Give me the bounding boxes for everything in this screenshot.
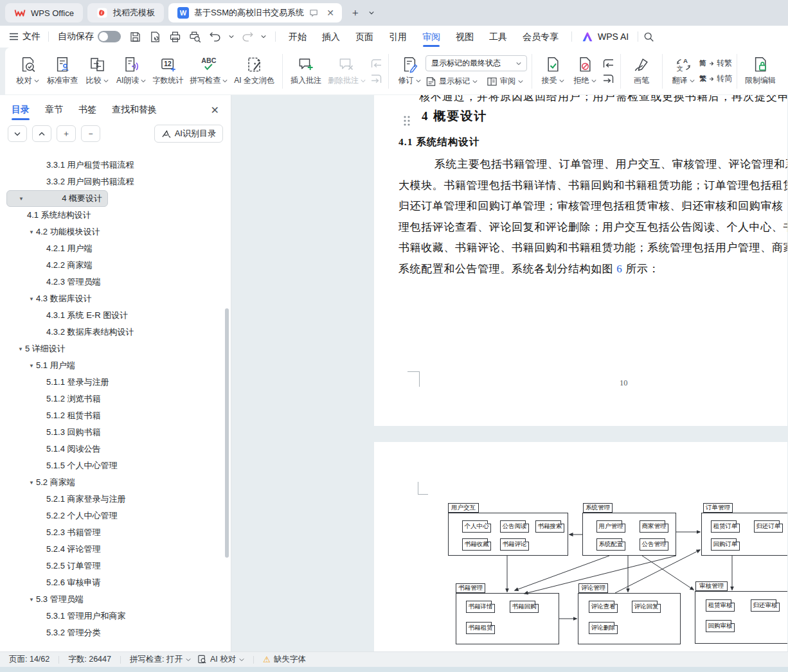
toc-item[interactable]: 5.1.5 个人中心管理 xyxy=(6,457,224,474)
export-pdf-button[interactable] xyxy=(148,30,162,44)
toc-item[interactable]: 5.2.1 商家登录与注册 xyxy=(6,491,224,508)
menu-item-tools[interactable]: 工具 xyxy=(481,26,515,48)
toc-item[interactable]: 5.1.3 回购书籍 xyxy=(6,424,224,441)
next-comment-icon[interactable] xyxy=(370,74,382,84)
tab-list-chevron-icon[interactable] xyxy=(369,11,374,15)
menu-item-review[interactable]: 审阅 xyxy=(415,26,448,48)
restrict-editing-button[interactable]: 限制编辑 xyxy=(742,54,779,88)
close-tab-icon[interactable]: ✕ xyxy=(324,8,337,18)
sidebar-tab-toc[interactable]: 目录 xyxy=(12,96,30,124)
toc-item[interactable]: 5.1.4 阅读公告 xyxy=(6,441,224,457)
word-count-button[interactable]: 12 字数统计 xyxy=(149,54,186,88)
toc-next-button[interactable] xyxy=(8,125,27,142)
toc-item[interactable]: 5.3.2 管理分类 xyxy=(6,624,224,641)
toc-item[interactable]: 3.3.2 用户回购书籍流程 xyxy=(6,173,224,190)
tab-wps-office[interactable]: WPS Office xyxy=(5,3,83,22)
document-page-1[interactable]: 核不通过，并将原因返回给用户；用户需检查或更换书籍后，再次提交申 4 概要设计 … xyxy=(374,95,787,426)
print-preview-button[interactable] xyxy=(188,30,202,44)
sidebar-tab-find-replace[interactable]: 查找和替换 xyxy=(112,96,157,124)
expand-arrow-icon[interactable]: ▼ xyxy=(27,296,36,302)
insert-comment-button[interactable]: 插入批注 xyxy=(287,54,325,88)
menu-item-insert[interactable]: 插入 xyxy=(314,26,348,48)
ai-read-aloud-button[interactable]: AI朗读 xyxy=(113,54,149,88)
missing-font-warning[interactable]: ⚠ 缺失字体 xyxy=(263,654,306,665)
toc-item[interactable]: 4.2.2 商家端 xyxy=(6,257,224,274)
menu-item-page[interactable]: 页面 xyxy=(348,26,381,48)
review-pane-button[interactable]: 审阅 xyxy=(487,76,523,87)
expand-arrow-icon[interactable]: ▼ xyxy=(27,229,36,235)
toc-item[interactable]: 4.1 系统结构设计 xyxy=(6,207,224,224)
markup-state-select[interactable]: 显示标记的最终状态 xyxy=(425,55,527,71)
expand-arrow-icon[interactable]: ▼ xyxy=(27,480,36,486)
redo-button[interactable] xyxy=(240,30,255,43)
sidebar-scrollbar[interactable] xyxy=(225,308,229,558)
spell-check-status[interactable]: 拼写检查: 打开 xyxy=(130,654,191,665)
comment-bubble-icon[interactable] xyxy=(309,8,319,17)
search-icon[interactable] xyxy=(643,31,654,42)
track-changes-button[interactable]: 修订 xyxy=(393,54,425,88)
to-traditional-button[interactable]: 简 转繁 xyxy=(699,58,732,69)
brush-button[interactable]: 画笔 xyxy=(625,54,658,88)
menu-item-home[interactable]: 开始 xyxy=(281,26,314,48)
tab-active-document[interactable]: W 基于SSM的高校旧书交易系统 ✕ xyxy=(168,3,342,22)
qat-customize-chevron-icon[interactable] xyxy=(261,35,266,39)
toc-item[interactable]: 4.3.2 数据库表结构设计 xyxy=(6,324,224,340)
standard-review-button[interactable]: 标准审查 xyxy=(44,54,81,88)
previous-comment-icon[interactable] xyxy=(370,58,382,69)
ai-proofread-status[interactable]: AI 校对 xyxy=(197,654,244,665)
wps-ai-button[interactable]: WPS AI xyxy=(577,31,632,42)
close-sidebar-icon[interactable]: ✕ xyxy=(211,104,219,116)
toc-item[interactable]: ▼4.2 功能模块设计 xyxy=(6,224,224,240)
toc-item[interactable]: 5.1.2 租赁书籍 xyxy=(6,407,224,424)
word-count-indicator[interactable]: 字数: 26447 xyxy=(68,654,111,665)
menu-item-member[interactable]: 会员专享 xyxy=(515,26,566,48)
toc-item[interactable]: 5.2.4 评论管理 xyxy=(6,541,224,558)
toc-item[interactable]: 5.2.3 书籍管理 xyxy=(6,524,224,541)
toc-item[interactable]: ▼4.3 数据库设计 xyxy=(6,290,224,307)
menu-item-view[interactable]: 视图 xyxy=(448,26,481,48)
toc-item[interactable]: 3.3.1 用户租赁书籍流程 xyxy=(6,157,224,173)
toc-item[interactable]: ▼5.3 管理员端 xyxy=(6,591,224,608)
expand-arrow-icon[interactable]: ▼ xyxy=(17,196,26,202)
expand-arrow-icon[interactable]: ▼ xyxy=(27,597,36,603)
toc-item[interactable]: 4.2.3 管理员端 xyxy=(6,274,224,290)
diagram[interactable]: 用户交互个人中心公告阅读书籍搜索书籍收藏书籍评论系统管理用户管理商家管理系统配置… xyxy=(374,442,787,651)
compare-button[interactable]: 比较 xyxy=(81,54,113,88)
paragraph-drag-handle-icon[interactable] xyxy=(402,114,411,127)
file-menu-button[interactable]: 文件 xyxy=(9,31,43,42)
accept-change-button[interactable]: 接受 xyxy=(537,54,569,88)
toc-previous-button[interactable] xyxy=(32,125,51,142)
document-page-2[interactable]: 用户交互个人中心公告阅读书籍搜索书籍收藏书籍评论系统管理用户管理商家管理系统配置… xyxy=(374,442,787,651)
sidebar-tab-bookmarks[interactable]: 书签 xyxy=(78,96,96,124)
translate-button[interactable]: A文 翻译 xyxy=(667,54,699,88)
toc-collapse-button[interactable]: － xyxy=(81,125,100,142)
toc-item[interactable]: ▼5.1 用户端 xyxy=(6,357,224,374)
undo-button[interactable] xyxy=(208,30,222,43)
toc-item[interactable]: 4.2.1 用户端 xyxy=(6,240,224,257)
toc-item[interactable]: 5.2.6 审核申请 xyxy=(6,574,224,591)
toc-item[interactable]: ▼5.2 商家端 xyxy=(6,474,224,491)
delete-comment-button[interactable]: 删除批注 xyxy=(325,54,369,88)
ai-recognize-toc-button[interactable]: AI识别目录 xyxy=(154,125,223,143)
next-change-icon[interactable] xyxy=(602,74,614,84)
toc-item[interactable]: 4.3.1 系统 E-R 图设计 xyxy=(6,307,224,324)
spell-check-button[interactable]: ABC 拼写检查 xyxy=(186,54,231,88)
to-simplified-button[interactable]: 繁 转简 xyxy=(699,73,732,84)
new-tab-button[interactable]: ＋ xyxy=(346,6,364,20)
sidebar-tab-chapters[interactable]: 章节 xyxy=(45,96,63,124)
toc-item[interactable]: 5.2.2 个人中心管理 xyxy=(6,508,224,524)
menu-item-reference[interactable]: 引用 xyxy=(381,26,415,48)
show-markup-button[interactable]: 显示标记 xyxy=(425,76,478,87)
toc-item[interactable]: 5.2.5 订单管理 xyxy=(6,558,224,574)
toc-expand-button[interactable]: ＋ xyxy=(57,125,76,142)
undo-chevron-icon[interactable] xyxy=(229,35,234,39)
proofread-button[interactable]: 校对 xyxy=(12,54,44,88)
tab-docer-templates[interactable]: 找稻壳模板 xyxy=(87,3,164,22)
save-button[interactable] xyxy=(129,30,142,44)
autosave-toggle[interactable] xyxy=(98,31,121,42)
toc-item[interactable]: 5.1.2 浏览书籍 xyxy=(6,391,224,407)
reject-change-button[interactable]: 拒绝 xyxy=(569,54,601,88)
page-indicator[interactable]: 页面: 14/62 xyxy=(9,654,49,665)
toc-item[interactable]: ▼5 详细设计 xyxy=(6,340,224,357)
toc-item[interactable]: 5.1.1 登录与注册 xyxy=(6,374,224,391)
